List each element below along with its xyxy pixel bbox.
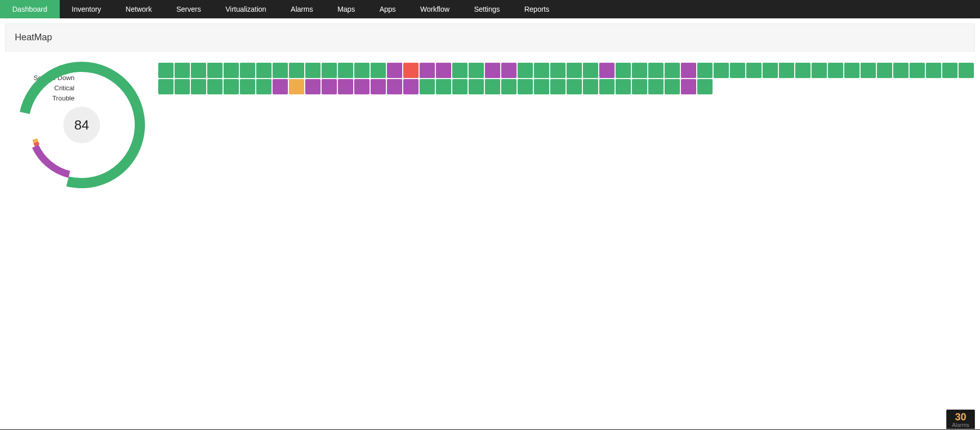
heatmap-cell[interactable] [207, 63, 223, 78]
heatmap-cell[interactable] [534, 63, 549, 78]
heatmap-cell[interactable] [289, 63, 304, 78]
heatmap-cell[interactable] [550, 63, 566, 78]
nav-item-maps[interactable]: Maps [325, 0, 367, 18]
heatmap-cell[interactable] [583, 63, 598, 78]
heatmap-cell[interactable] [240, 79, 255, 94]
heatmap-cell[interactable] [175, 79, 190, 94]
heatmap-cell[interactable] [534, 79, 549, 94]
heatmap-cell[interactable] [648, 79, 664, 94]
heatmap-cell[interactable] [191, 63, 206, 78]
heatmap-cell[interactable] [452, 63, 468, 78]
heatmap-cell[interactable] [681, 79, 696, 94]
heatmap-cell[interactable] [371, 79, 386, 94]
heatmap-cell[interactable] [256, 79, 272, 94]
heatmap-cell[interactable] [632, 79, 647, 94]
heatmap-cell[interactable] [616, 63, 631, 78]
heatmap-cell[interactable] [452, 79, 468, 94]
alarms-badge[interactable]: 30 Alarms [946, 410, 975, 429]
donut-arc-trouble[interactable] [35, 139, 36, 142]
heatmap-cell[interactable] [861, 63, 876, 78]
heatmap-cell[interactable] [338, 63, 353, 78]
heatmap-cell[interactable] [763, 63, 778, 78]
heatmap-cell[interactable] [501, 63, 517, 78]
heatmap-cell[interactable] [959, 63, 974, 78]
heatmap-cell[interactable] [224, 63, 239, 78]
heatmap-cell[interactable] [354, 79, 370, 94]
heatmap-cell[interactable] [583, 79, 598, 94]
nav-item-network[interactable]: Network [113, 0, 164, 18]
heatmap-cell[interactable] [599, 79, 615, 94]
heatmap-cell[interactable] [697, 63, 713, 78]
heatmap-cell[interactable] [191, 79, 206, 94]
nav-item-virtualization[interactable]: Virtualization [213, 0, 279, 18]
heatmap-cell[interactable] [746, 63, 762, 78]
heatmap-cell[interactable] [501, 79, 517, 94]
heatmap-cell[interactable] [420, 63, 435, 78]
nav-item-dashboard[interactable]: Dashboard [0, 0, 60, 18]
heatmap-cell[interactable] [469, 63, 484, 78]
alarms-count: 30 [946, 412, 975, 422]
heatmap-cell[interactable] [795, 63, 811, 78]
heatmap-cell[interactable] [665, 79, 680, 94]
nav-item-settings[interactable]: Settings [462, 0, 512, 18]
heatmap-cell[interactable] [240, 63, 255, 78]
heatmap-cell[interactable] [714, 63, 729, 78]
heatmap-cell[interactable] [387, 79, 402, 94]
heatmap-cell[interactable] [207, 79, 223, 94]
heatmap-cell[interactable] [665, 63, 680, 78]
nav-item-alarms[interactable]: Alarms [279, 0, 326, 18]
heatmap-cell[interactable] [469, 79, 484, 94]
heatmap-cell[interactable] [632, 63, 647, 78]
heatmap-cell[interactable] [518, 79, 533, 94]
heatmap-cell[interactable] [926, 63, 941, 78]
heatmap-cell[interactable] [681, 63, 696, 78]
heatmap-cell[interactable] [730, 63, 745, 78]
nav-item-inventory[interactable]: Inventory [60, 0, 114, 18]
heatmap-cell[interactable] [371, 63, 386, 78]
nav-item-workflow[interactable]: Workflow [408, 0, 461, 18]
heatmap-cell[interactable] [158, 79, 174, 94]
heatmap-cell[interactable] [697, 79, 713, 94]
heatmap-cell[interactable] [256, 63, 272, 78]
heatmap-cell[interactable] [224, 79, 239, 94]
heatmap-cell[interactable] [485, 79, 500, 94]
nav-item-apps[interactable]: Apps [367, 0, 408, 18]
heatmap-cell[interactable] [485, 63, 500, 78]
nav-item-servers[interactable]: Servers [164, 0, 213, 18]
heatmap-cell[interactable] [175, 63, 190, 78]
heatmap-cell[interactable] [893, 63, 909, 78]
heatmap-cell[interactable] [403, 63, 419, 78]
heatmap-cell[interactable] [305, 63, 321, 78]
heatmap-cell[interactable] [828, 63, 843, 78]
heatmap-cell[interactable] [322, 63, 337, 78]
heatmap-cell[interactable] [567, 63, 582, 78]
heatmap-cell[interactable] [942, 63, 958, 78]
heatmap-cell[interactable] [844, 63, 860, 78]
heatmap-cell[interactable] [648, 63, 664, 78]
heatmap-cell[interactable] [403, 79, 419, 94]
heatmap-cell[interactable] [305, 79, 321, 94]
heatmap-cell[interactable] [158, 63, 174, 78]
heatmap-cell[interactable] [436, 63, 451, 78]
donut-arc-service-down[interactable] [35, 146, 69, 174]
heatmap-cell[interactable] [599, 63, 615, 78]
heatmap-cell[interactable] [550, 79, 566, 94]
heatmap-cell[interactable] [338, 79, 353, 94]
heatmap-cell[interactable] [779, 63, 794, 78]
heatmap-cell[interactable] [289, 79, 304, 94]
nav-item-reports[interactable]: Reports [512, 0, 561, 18]
heatmap-cell[interactable] [420, 79, 435, 94]
heatmap-cell[interactable] [812, 63, 827, 78]
heatmap-cell[interactable] [436, 79, 451, 94]
heatmap-cell[interactable] [273, 79, 288, 94]
heatmap-cell[interactable] [273, 63, 288, 78]
donut-arc-critical[interactable] [36, 142, 37, 145]
heatmap-cell[interactable] [387, 63, 402, 78]
heatmap-cell[interactable] [910, 63, 925, 78]
heatmap-cell[interactable] [877, 63, 892, 78]
heatmap-cell[interactable] [518, 63, 533, 78]
heatmap-cell[interactable] [616, 79, 631, 94]
heatmap-cell[interactable] [354, 63, 370, 78]
heatmap-cell[interactable] [567, 79, 582, 94]
heatmap-cell[interactable] [322, 79, 337, 94]
